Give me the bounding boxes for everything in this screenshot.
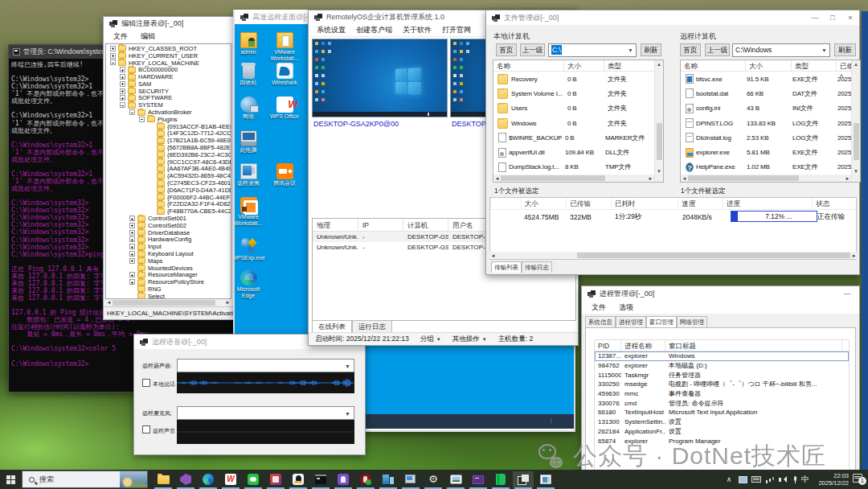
scroll-thumb[interactable] bbox=[854, 123, 859, 160]
taskbar-app-image-viewer[interactable] bbox=[535, 471, 556, 487]
desktop-icon-laptop[interactable]: 此电脑 bbox=[235, 130, 266, 154]
collapse-icon[interactable] bbox=[120, 102, 125, 108]
registry-tree-item[interactable]: {17B21A1B-6C59-48E0-A448-6B bbox=[106, 137, 231, 144]
scroll-right-arrow[interactable]: ► bbox=[850, 253, 858, 258]
registry-tree-item[interactable]: BCD00000000 bbox=[106, 66, 231, 73]
file-column-类型[interactable]: 类型 bbox=[792, 60, 837, 71]
remote-home-button[interactable]: 首页 bbox=[680, 43, 701, 56]
process-menu-item[interactable]: 选项 bbox=[619, 302, 633, 313]
registry-tree-item[interactable]: {9CC1CC97-48C6-43DB-8265-4B bbox=[106, 158, 231, 166]
desktop-icon-bluepanel[interactable]: 远程桌面 bbox=[235, 163, 266, 187]
expand-icon[interactable] bbox=[120, 88, 125, 94]
horizontal-scrollbar[interactable]: ◄► bbox=[493, 175, 654, 182]
tab-运行日志[interactable]: 运行日志 bbox=[352, 320, 392, 332]
remote-file-list[interactable]: 名称大小类型已修 ^bfsvc.exe91.5 KBEXE文件2025boots… bbox=[680, 60, 861, 183]
file-column-名称[interactable]: 名称 bbox=[493, 60, 564, 71]
expand-icon[interactable] bbox=[129, 230, 135, 236]
registry-tree-item[interactable]: RNG bbox=[106, 286, 231, 293]
close-button[interactable]: × bbox=[841, 14, 859, 22]
scroll-thumb[interactable] bbox=[688, 175, 799, 181]
registry-tree-item[interactable]: {14F3C12D-7712-42CC-B7CC-6 bbox=[106, 130, 231, 138]
remote-up-button[interactable]: 上一级 bbox=[705, 43, 730, 56]
taskbar-clock[interactable]: 22:03 2025/12/22 bbox=[812, 470, 849, 489]
taskbar-app-window-stack[interactable] bbox=[513, 471, 534, 487]
registry-tree-item[interactable]: Keyboard Layout bbox=[106, 250, 231, 257]
search-highlight-image[interactable] bbox=[120, 471, 147, 488]
desktop-icon-edge[interactable]: Microsoft Edge bbox=[235, 269, 266, 299]
registry-tree-item[interactable]: {F00006F2-44BC-44EF-808B-B2 bbox=[106, 194, 231, 201]
scroll-left-arrow[interactable]: ◄ bbox=[681, 176, 688, 181]
file-row[interactable]: Windows0 B文件夹 bbox=[493, 116, 663, 130]
scroll-thumb[interactable] bbox=[657, 123, 662, 160]
process-row[interactable]: 262184ApplicationFr...设置 bbox=[595, 427, 849, 437]
file-column-大小[interactable]: 大小 bbox=[746, 60, 792, 71]
scroll-down-arrow[interactable]: ▼ bbox=[655, 169, 663, 174]
more-actions-dropdown[interactable]: 其他操作▼ bbox=[452, 335, 487, 344]
registry-tree-item[interactable]: {F48B770A-CBE5-44C2-8D4F-93 bbox=[106, 208, 231, 215]
collapse-icon[interactable] bbox=[129, 109, 135, 115]
registry-tree-item[interactable]: Input bbox=[106, 243, 231, 250]
taskbar-search[interactable]: 搜索 bbox=[22, 471, 148, 488]
host-column-IP[interactable]: IP bbox=[358, 219, 403, 231]
registry-tree-item[interactable]: ControlSet001 bbox=[106, 215, 231, 222]
file-row[interactable]: DtcInstall.log2.53 KBLOG文件2025 bbox=[681, 130, 860, 145]
process-row[interactable]: 330076cmd管理员: 命令提示符 bbox=[595, 398, 849, 408]
taskbar-app-server[interactable] bbox=[378, 471, 399, 487]
process-row[interactable]: 65874explorerProgram Manager bbox=[595, 436, 849, 446]
group-dropdown[interactable]: 分组▼ bbox=[420, 335, 441, 344]
tab-网络管理[interactable]: 网络管理 bbox=[677, 316, 707, 327]
registry-tree-item[interactable]: MountedDevices bbox=[106, 265, 231, 272]
file-manager-titlebar[interactable]: 文件管理@[-_00] — □ × bbox=[486, 10, 859, 25]
transfer-column-大小[interactable]: 大小 bbox=[521, 198, 567, 209]
tray-keyboard-icon[interactable] bbox=[749, 470, 764, 489]
expand-icon[interactable] bbox=[110, 46, 116, 51]
scroll-left-arrow[interactable]: ◄ bbox=[489, 253, 497, 258]
registry-tree-item[interactable]: {F22D2A32-F1F4-4D62-AF5E-E5 bbox=[106, 201, 231, 208]
scroll-thumb[interactable] bbox=[501, 175, 605, 181]
vertical-scrollbar[interactable]: ▲▼ bbox=[851, 60, 860, 182]
desktop-icon-recycle[interactable]: 回收站 bbox=[235, 63, 266, 86]
host-1-name[interactable]: DESKTOP-GSA2KP0@00 bbox=[313, 120, 399, 128]
registry-tree-item[interactable]: SOFTWARE bbox=[106, 95, 231, 102]
registry-titlebar[interactable]: 编辑注册表@[-_00] bbox=[104, 17, 233, 31]
registry-tree-item[interactable]: SECURITY bbox=[106, 88, 231, 95]
local-refresh-button[interactable]: 刷新 bbox=[641, 43, 661, 56]
remotely-menu-item[interactable]: 创建客户端 bbox=[356, 25, 392, 35]
registry-tree-item[interactable]: {0913ACCF-B1AB-4EEE-A0C7-F4 bbox=[106, 123, 231, 130]
desktop-icon-tencent[interactable]: 腾讯会议 bbox=[267, 163, 302, 187]
taskbar-app-wechat[interactable] bbox=[243, 471, 264, 487]
transfer-column-name[interactable] bbox=[490, 198, 521, 209]
taskbar-app-security[interactable] bbox=[355, 471, 376, 487]
registry-tree-item[interactable]: HKEY_CLASSES_ROOT bbox=[106, 45, 231, 52]
notification-center[interactable]: 1 bbox=[853, 473, 866, 485]
file-row[interactable]: $WINRE_BACKUP...0 BMARKER文件 bbox=[493, 130, 663, 145]
taskbar-app-edge[interactable] bbox=[198, 471, 219, 487]
file-row[interactable]: explorer.exe5.81 MBEXE文件2025 bbox=[681, 145, 860, 159]
expand-icon[interactable] bbox=[129, 258, 135, 264]
expand-icon[interactable] bbox=[129, 216, 135, 221]
file-row[interactable]: HelpPane.exe1.02 MBEXE文件2025 bbox=[681, 160, 860, 175]
taskbar-app-visual-studio[interactable] bbox=[175, 471, 196, 487]
registry-tree-item[interactable]: {AA67AF3B-4AE0-4B49-BA56-AD bbox=[106, 166, 231, 173]
registry-tree-item[interactable]: SAM bbox=[106, 80, 231, 88]
file-column-大小[interactable]: 大小 bbox=[564, 60, 604, 71]
transfer-column-已传输[interactable]: 已传输 bbox=[566, 198, 611, 209]
desktop-icon-folder[interactable]: VMware Workstati... bbox=[267, 32, 302, 62]
registry-tree-item[interactable]: DriverDatabase bbox=[106, 229, 231, 236]
registry-tree-item[interactable]: ResourcePolicyStore bbox=[106, 278, 231, 286]
file-row[interactable]: DumpStack.log.t...8 KBTMP文件 bbox=[493, 160, 663, 175]
scroll-right-arrow[interactable]: ► bbox=[647, 176, 654, 181]
remotely-menu-item[interactable]: 打开官网 bbox=[442, 25, 471, 35]
transfer-column-已耗时[interactable]: 已耗时 bbox=[611, 198, 678, 209]
tab-窗口管理[interactable]: 窗口管理 bbox=[646, 316, 677, 327]
speaker-select[interactable]: ▼ bbox=[177, 359, 354, 372]
desktop-icon-network[interactable]: 网络 bbox=[235, 97, 266, 120]
tab-进程管理[interactable]: 进程管理 bbox=[616, 316, 646, 327]
local-path-combo[interactable]: C:\▼ bbox=[548, 43, 637, 57]
tray-ime-indicator[interactable]: 中 bbox=[798, 470, 813, 489]
file-row[interactable]: appverifUI.dll109.84 KBDLL文件 bbox=[493, 145, 663, 159]
host-column-计算机[interactable]: 计算机 bbox=[403, 219, 448, 231]
process-row[interactable]: 330250msedge电视剧 - 哔哩哔哩（゜-゜）つロ 干杯~-bilibi… bbox=[595, 380, 849, 389]
expand-icon[interactable] bbox=[129, 279, 135, 285]
expand-icon[interactable] bbox=[129, 272, 135, 277]
